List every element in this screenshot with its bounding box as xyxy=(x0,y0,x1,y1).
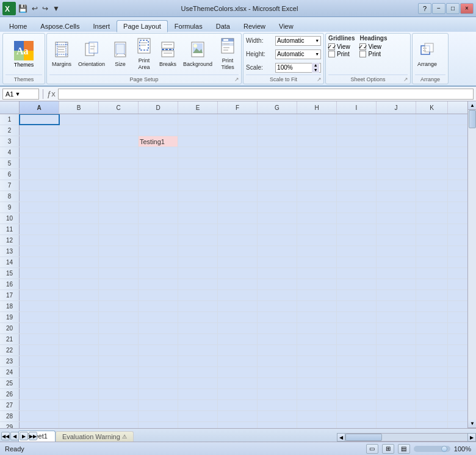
cell-F24[interactable] xyxy=(218,367,258,377)
cell-J21[interactable] xyxy=(377,334,416,344)
cell-E4[interactable] xyxy=(178,147,218,158)
row-header-27[interactable]: 27 xyxy=(0,400,20,410)
cell-C2[interactable] xyxy=(99,125,139,136)
cell-E10[interactable] xyxy=(178,213,218,224)
cell-G15[interactable] xyxy=(258,268,297,278)
cell-I11[interactable] xyxy=(337,224,377,235)
cell-E29[interactable] xyxy=(178,422,218,428)
cell-K10[interactable] xyxy=(416,213,448,224)
cell-C11[interactable] xyxy=(99,224,139,235)
cell-J27[interactable] xyxy=(377,400,416,410)
select-all-button[interactable] xyxy=(0,101,20,114)
cell-A26[interactable] xyxy=(20,389,59,399)
cell-D16[interactable] xyxy=(139,279,178,289)
cell-A4[interactable] xyxy=(20,147,59,158)
sheet-nav-next[interactable]: ▶ xyxy=(20,432,28,440)
col-header-I[interactable]: I xyxy=(337,101,377,114)
cell-K2[interactable] xyxy=(416,125,448,136)
cell-D25[interactable] xyxy=(139,378,178,388)
cell-A20[interactable] xyxy=(20,323,59,333)
cell-H23[interactable] xyxy=(297,356,337,366)
cell-C20[interactable] xyxy=(99,323,139,333)
cell-I27[interactable] xyxy=(337,400,377,410)
cell-C1[interactable] xyxy=(99,114,139,125)
h-scroll-left-btn[interactable]: ◀ xyxy=(337,433,345,442)
tab-aspose[interactable]: Aspose.Cells xyxy=(34,20,86,32)
cell-C17[interactable] xyxy=(99,290,139,300)
cell-D17[interactable] xyxy=(139,290,178,300)
cell-K19[interactable] xyxy=(416,312,448,322)
minimize-btn[interactable]: − xyxy=(432,3,445,14)
formula-input[interactable] xyxy=(58,89,474,100)
cell-K13[interactable] xyxy=(416,246,448,257)
cell-G19[interactable] xyxy=(258,312,297,322)
cell-I17[interactable] xyxy=(337,290,377,300)
cell-K29[interactable] xyxy=(416,422,448,428)
sheet-options-expand-icon[interactable]: ↗ xyxy=(403,76,408,82)
scale-up-btn[interactable]: ▲ xyxy=(312,63,319,68)
cell-G8[interactable] xyxy=(258,191,297,202)
tab-insert[interactable]: Insert xyxy=(87,20,117,32)
row-header-22[interactable]: 22 xyxy=(0,345,20,355)
cell-E20[interactable] xyxy=(178,323,218,333)
row-header-21[interactable]: 21 xyxy=(0,334,20,344)
row-header-13[interactable]: 13 xyxy=(0,246,20,257)
cell-A27[interactable] xyxy=(20,400,59,410)
cell-B6[interactable] xyxy=(59,169,99,180)
cell-C29[interactable] xyxy=(99,422,139,428)
cell-G28[interactable] xyxy=(258,411,297,421)
cell-B1[interactable] xyxy=(59,114,99,125)
headings-print-checkbox[interactable] xyxy=(359,51,366,57)
cell-J11[interactable] xyxy=(377,224,416,235)
cell-J3[interactable] xyxy=(377,136,416,147)
cell-I16[interactable] xyxy=(337,279,377,289)
cell-J20[interactable] xyxy=(377,323,416,333)
redo-quick-btn[interactable]: ↪ xyxy=(41,4,49,13)
cell-H20[interactable] xyxy=(297,323,337,333)
cell-A21[interactable] xyxy=(20,334,59,344)
cell-D5[interactable] xyxy=(139,158,178,169)
cell-D20[interactable] xyxy=(139,323,178,333)
orientation-button[interactable]: Orientation xyxy=(76,36,107,73)
cell-K17[interactable] xyxy=(416,290,448,300)
cell-F7[interactable] xyxy=(218,180,258,191)
cell-C23[interactable] xyxy=(99,356,139,366)
cell-F25[interactable] xyxy=(218,378,258,388)
cell-I4[interactable] xyxy=(337,147,377,158)
cell-B24[interactable] xyxy=(59,367,99,377)
cell-I7[interactable] xyxy=(337,180,377,191)
cell-C10[interactable] xyxy=(99,213,139,224)
cell-B10[interactable] xyxy=(59,213,99,224)
row-header-12[interactable]: 12 xyxy=(0,235,20,246)
cell-E1[interactable] xyxy=(178,114,218,125)
cell-H29[interactable] xyxy=(297,422,337,428)
cell-C8[interactable] xyxy=(99,191,139,202)
cell-J15[interactable] xyxy=(377,268,416,278)
cell-I28[interactable] xyxy=(337,411,377,421)
row-header-19[interactable]: 19 xyxy=(0,312,20,322)
themes-button[interactable]: Aa Themes xyxy=(5,36,42,73)
cell-B19[interactable] xyxy=(59,312,99,322)
cell-J2[interactable] xyxy=(377,125,416,136)
cell-K7[interactable] xyxy=(416,180,448,191)
cell-J25[interactable] xyxy=(377,378,416,388)
cell-C3[interactable] xyxy=(99,136,139,147)
cell-H9[interactable] xyxy=(297,202,337,213)
cell-G20[interactable] xyxy=(258,323,297,333)
cell-G21[interactable] xyxy=(258,334,297,344)
close-btn[interactable]: × xyxy=(460,3,474,14)
cell-C9[interactable] xyxy=(99,202,139,213)
cell-J8[interactable] xyxy=(377,191,416,202)
cell-D13[interactable] xyxy=(139,246,178,257)
cell-B13[interactable] xyxy=(59,246,99,257)
cell-K23[interactable] xyxy=(416,356,448,366)
cell-I21[interactable] xyxy=(337,334,377,344)
cell-D6[interactable] xyxy=(139,169,178,180)
cell-H12[interactable] xyxy=(297,235,337,246)
row-header-10[interactable]: 10 xyxy=(0,213,20,224)
cell-F4[interactable] xyxy=(218,147,258,158)
cell-E12[interactable] xyxy=(178,235,218,246)
cell-F19[interactable] xyxy=(218,312,258,322)
cell-J1[interactable] xyxy=(377,114,416,125)
cell-H19[interactable] xyxy=(297,312,337,322)
